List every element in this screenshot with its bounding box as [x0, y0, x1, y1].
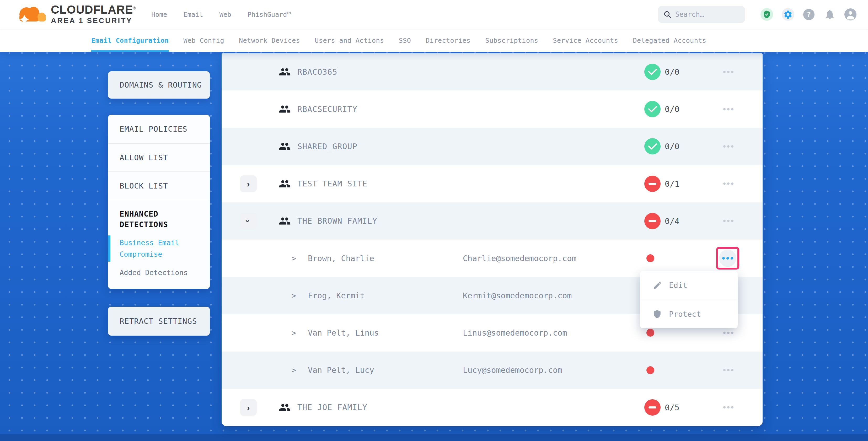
group-icon: [279, 215, 291, 227]
group-name: THE JOE FAMILY: [298, 389, 367, 426]
user-avatar-icon[interactable]: [844, 8, 857, 21]
tab-subscriptions[interactable]: Subscriptions: [485, 29, 538, 52]
context-menu: EditProtect: [640, 271, 738, 328]
sidebar-item-allow-list[interactable]: ALLOW LIST: [108, 143, 210, 171]
sidebar-card-retract-settings[interactable]: RETRACT SETTINGS: [108, 307, 210, 336]
alert-dot: [646, 329, 654, 337]
tabs: Email ConfigurationWeb ConfigNetwork Dev…: [91, 29, 706, 52]
menu-item-edit[interactable]: Edit: [640, 271, 738, 300]
shield-check-icon[interactable]: [761, 8, 773, 21]
member-row-van-pelt-lucy: >Van Pelt, LucyLucy@somedemocorp.com: [222, 352, 763, 389]
group-row-the-brown-family: ›THE BROWN FAMILY0/4: [222, 202, 763, 240]
member-email: Linus@somedemocorp.com: [463, 314, 567, 351]
group-row-rbaco365: RBACO3650/0: [222, 53, 763, 90]
group-row-the-joe-family: ›THE JOE FAMILY0/5: [222, 389, 763, 426]
sidebar-section-enhanced-detections: ENHANCED DETECTIONS Business Email Compr…: [108, 200, 210, 278]
row-actions-button[interactable]: [720, 389, 737, 426]
group-name: RBACO365: [298, 53, 338, 90]
top-header: CLOUDFLARE® AREA 1 SECURITY HomeEmailWeb…: [0, 0, 868, 29]
search-bar[interactable]: [658, 6, 745, 23]
status-check-badge: [644, 64, 660, 80]
sidebar-subitem-added-detections[interactable]: Added Detections: [108, 267, 192, 278]
group-row-shared-group: SHARED_GROUP0/0: [222, 128, 763, 165]
nav-item-email[interactable]: Email: [183, 11, 203, 18]
shield-icon: [653, 310, 663, 319]
alert-dot: [646, 366, 654, 374]
protected-count: 0/0: [665, 53, 679, 90]
sidebar-policy-items: EMAIL POLICIESALLOW LISTBLOCK LIST: [108, 115, 210, 200]
tab-network-devices[interactable]: Network Devices: [239, 29, 300, 52]
tab-directories[interactable]: Directories: [426, 29, 470, 52]
sidebar-item-block-list[interactable]: BLOCK LIST: [108, 171, 210, 200]
gear-icon[interactable]: [782, 8, 794, 21]
protected-count: 0/1: [665, 165, 679, 202]
bell-icon[interactable]: [824, 8, 836, 21]
sidebar-card-policies: EMAIL POLICIESALLOW LISTBLOCK LIST ENHAN…: [108, 115, 210, 289]
group-icon: [279, 103, 291, 115]
member-caret: >: [291, 277, 296, 314]
member-caret: >: [291, 314, 296, 351]
chevron-right-icon: ›: [247, 403, 250, 412]
tab-web-config[interactable]: Web Config: [183, 29, 224, 52]
status-check-badge: [644, 138, 660, 154]
row-actions-button[interactable]: [720, 53, 737, 90]
group-name: TEST TEAM SITE: [298, 165, 367, 202]
nav-item-web[interactable]: Web: [219, 11, 231, 18]
group-row-rbacsecurity: RBACSECURITY0/0: [222, 90, 763, 128]
help-icon[interactable]: ?: [803, 9, 814, 20]
member-name: Brown, Charlie: [308, 240, 374, 277]
row-actions-button[interactable]: [720, 165, 737, 202]
collapse-button[interactable]: ›: [240, 213, 257, 229]
logo-subtitle: AREA 1 SECURITY: [51, 17, 136, 25]
nav-item-phishguard[interactable]: PhishGuard™: [248, 11, 291, 18]
row-actions-button[interactable]: [720, 128, 737, 165]
group-icon: [279, 178, 291, 190]
sidebar-card-domains-routing[interactable]: DOMAINS & ROUTING: [108, 71, 210, 99]
sidebar-item-domains-routing[interactable]: DOMAINS & ROUTING: [108, 71, 210, 99]
header-nav: HomeEmailWebPhishGuard™: [151, 11, 291, 18]
member-name: Van Pelt, Linus: [308, 314, 379, 351]
member-name: Frog, Kermit: [308, 277, 365, 314]
tab-sso[interactable]: SSO: [399, 29, 411, 52]
member-email: Charlie@somedemocorp.com: [463, 240, 577, 277]
sidebar-subitem-business-email-compromise[interactable]: Business Email Compromise: [108, 237, 192, 260]
menu-item-label: Edit: [669, 281, 687, 290]
group-name: THE BROWN FAMILY: [298, 202, 377, 240]
nav-item-home[interactable]: Home: [151, 11, 167, 18]
annotation-highlight: [716, 247, 739, 270]
protected-count: 0/0: [665, 90, 679, 128]
group-name: SHARED_GROUP: [298, 128, 358, 165]
tab-email-configuration[interactable]: Email Configuration: [91, 29, 168, 52]
search-input[interactable]: [675, 10, 738, 18]
menu-item-protect[interactable]: Protect: [640, 300, 738, 328]
tab-service-accounts[interactable]: Service Accounts: [553, 29, 618, 52]
logo[interactable]: CLOUDFLARE® AREA 1 SECURITY: [15, 2, 136, 27]
search-icon: [663, 10, 672, 19]
tab-users-and-actions[interactable]: Users and Actions: [315, 29, 384, 52]
tab-bar: Email ConfigurationWeb ConfigNetwork Dev…: [0, 29, 868, 52]
row-actions-button[interactable]: [720, 90, 737, 128]
expand-button[interactable]: ›: [240, 176, 257, 192]
sidebar-item-enhanced-detections[interactable]: ENHANCED DETECTIONS: [108, 209, 192, 230]
protected-count: 0/4: [665, 202, 679, 240]
row-actions-button[interactable]: [720, 352, 737, 389]
member-row-brown-charlie: >Brown, CharlieCharlie@somedemocorp.comE…: [222, 240, 763, 277]
groups-table: RBACO3650/0RBACSECURITY0/0SHARED_GROUP0/…: [222, 53, 763, 426]
member-email: Lucy@somedemocorp.com: [463, 352, 562, 389]
row-actions-button[interactable]: [720, 202, 737, 240]
status-minus-badge: [644, 176, 660, 192]
logo-mark: ®: [133, 6, 136, 10]
sidebar-item-retract-settings[interactable]: RETRACT SETTINGS: [108, 307, 210, 336]
member-caret: >: [291, 352, 296, 389]
chevron-right-icon: ›: [247, 179, 250, 188]
status-minus-badge: [644, 399, 660, 416]
group-row-test-team-site: ›TEST TEAM SITE0/1: [222, 165, 763, 202]
group-icon: [279, 66, 291, 78]
expand-button[interactable]: ›: [240, 399, 257, 416]
sidebar-item-email-policies[interactable]: EMAIL POLICIES: [108, 115, 210, 143]
group-icon: [279, 140, 291, 152]
chevron-down-icon: ›: [244, 219, 253, 222]
group-name: RBACSECURITY: [298, 90, 358, 128]
group-icon: [279, 401, 291, 413]
tab-delegated-accounts[interactable]: Delegated Accounts: [633, 29, 706, 52]
